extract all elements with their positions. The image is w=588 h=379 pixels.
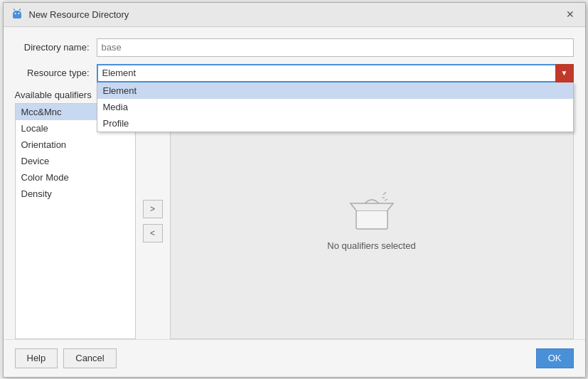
qualifier-item-density[interactable]: Density: [16, 186, 135, 202]
dropdown-item-media[interactable]: Media: [97, 99, 573, 115]
dialog-title: New Resource Directory: [29, 9, 129, 20]
resource-type-row: Resource type: Element Media Profile Ele…: [15, 64, 574, 82]
dropdown-item-profile[interactable]: Profile: [97, 115, 573, 132]
new-resource-directory-dialog: New Resource Directory ✕ Directory name:…: [3, 2, 586, 378]
add-qualifier-button[interactable]: >: [143, 200, 163, 218]
directory-name-row: Directory name:: [15, 38, 574, 57]
svg-line-7: [385, 199, 387, 201]
qualifier-item-orientation[interactable]: Orientation: [16, 137, 135, 153]
dropdown-item-element[interactable]: Element: [97, 82, 573, 99]
directory-name-label: Directory name:: [15, 42, 90, 53]
qualifiers-right-panel: No qualifiers selected: [170, 103, 574, 339]
dialog-content: Directory name: Resource type: Element M…: [4, 27, 585, 339]
empty-box-icon: [343, 191, 400, 233]
svg-rect-4: [356, 210, 387, 229]
dialog-footer: Help Cancel OK: [4, 339, 585, 377]
qualifiers-section: Mcc&Mnc Locale Orientation Device Color …: [15, 103, 574, 339]
title-bar-left: New Resource Directory: [11, 8, 129, 21]
qualifier-item-colormode[interactable]: Color Mode: [16, 169, 135, 186]
footer-left: Help Cancel: [15, 348, 117, 368]
no-qualifiers-text: No qualifiers selected: [327, 240, 415, 251]
qualifiers-left-panel: Mcc&Mnc Locale Orientation Device Color …: [15, 103, 136, 339]
svg-line-3: [19, 9, 21, 11]
resource-type-dropdown-wrapper: Element Media Profile Element Media Prof…: [97, 64, 574, 82]
directory-name-input[interactable]: [97, 38, 574, 57]
qualifiers-middle-panel: > <: [136, 103, 170, 339]
qualifier-item-device[interactable]: Device: [16, 153, 135, 169]
svg-line-5: [383, 192, 386, 195]
svg-point-1: [18, 13, 19, 14]
svg-line-2: [14, 9, 15, 11]
resource-type-select[interactable]: Element Media Profile: [97, 64, 574, 82]
help-button[interactable]: Help: [15, 348, 58, 368]
dropdown-open-panel: Element Media Profile: [97, 82, 574, 132]
android-icon: [11, 8, 23, 21]
svg-point-0: [14, 13, 16, 14]
resource-type-label: Resource type:: [15, 68, 90, 78]
qualifiers-list: Mcc&Mnc Locale Orientation Device Color …: [15, 103, 136, 339]
ok-button[interactable]: OK: [536, 348, 574, 368]
title-bar: New Resource Directory ✕: [4, 3, 585, 27]
close-button[interactable]: ✕: [562, 6, 578, 22]
cancel-button[interactable]: Cancel: [63, 348, 116, 368]
remove-qualifier-button[interactable]: <: [143, 224, 163, 242]
